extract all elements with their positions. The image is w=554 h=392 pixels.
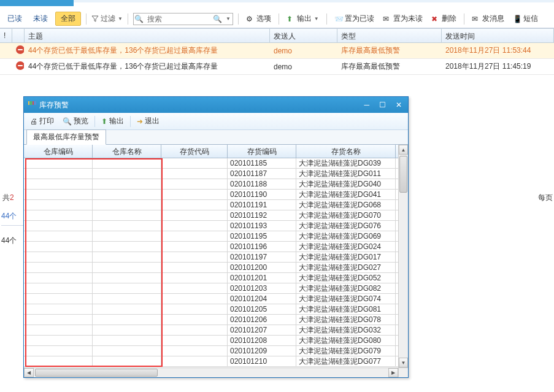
col-type[interactable]: 类型 <box>337 29 442 42</box>
preview-button[interactable]: 🔍 预览 <box>60 115 91 128</box>
grid-row[interactable]: 020101208大津泥盐湖硅藻泥DG080 <box>24 336 408 346</box>
mark-read-button[interactable]: 📨 置为已读 <box>332 12 377 25</box>
dialog-titlebar[interactable]: 库存预警 ─ ☐ ✕ <box>24 97 408 113</box>
cell-stock-code <box>161 263 228 272</box>
cell-stock-id: 020101195 <box>228 231 296 241</box>
cell-stock-id: 020101185 <box>228 158 296 168</box>
col-stock-name[interactable]: 存货名称 <box>296 145 396 158</box>
cell-warehouse-code <box>24 346 93 356</box>
grid-row[interactable]: 020101196大津泥盐湖硅藻泥DG024 <box>24 242 408 252</box>
preview-link[interactable]: 44个 <box>1 211 23 226</box>
search-go-icon[interactable]: 🔍 <box>212 15 223 23</box>
cell-warehouse-name <box>93 242 161 252</box>
grid-row[interactable]: 020101200大津泥盐湖硅藻泥DG027 <box>24 263 408 273</box>
grid-row[interactable]: 020101201大津泥盐湖硅藻泥DG052 <box>24 273 408 283</box>
sms-label: 短信 <box>523 13 538 24</box>
cell-stock-name: 大津泥盐湖硅藻泥DG080 <box>296 336 396 345</box>
scroll-down-button[interactable]: ▼ <box>399 358 408 367</box>
read-tab[interactable]: 已读 <box>4 12 26 26</box>
all-tab[interactable]: 全部 <box>55 12 81 26</box>
time-cell: 2018年11月27日 11:53:44 <box>442 45 554 56</box>
grid-row[interactable]: 020101193大津泥盐湖硅藻泥DG076 <box>24 221 408 231</box>
search-icon[interactable]: 🔍 <box>134 15 145 23</box>
message-row[interactable]: 44个存货已低于最低库存量，136个存货已超过最高库存量demo库存最高最低预警… <box>0 43 554 59</box>
print-button[interactable]: 🖨 打印 <box>28 115 56 128</box>
separator <box>94 116 95 127</box>
grid-row[interactable]: 020101187大津泥盐湖硅藻泥DG011 <box>24 169 408 179</box>
sms-button[interactable]: 📱 短信 <box>510 12 541 25</box>
scroll-thumb-h[interactable] <box>35 369 158 377</box>
chevron-down-icon: ▼ <box>314 16 319 21</box>
grid-row[interactable]: 020101203大津泥盐湖硅藻泥DG082 <box>24 283 408 294</box>
chevron-down-icon[interactable]: ▼ <box>224 16 233 21</box>
grid-row[interactable]: 020101192大津泥盐湖硅藻泥DG070 <box>24 210 408 221</box>
minimize-button[interactable]: ─ <box>361 101 372 109</box>
cell-stock-id: 020101201 <box>228 273 296 283</box>
cell-stock-name: 大津泥盐湖硅藻泥DG040 <box>296 179 396 189</box>
delete-label: 删除 <box>442 13 456 24</box>
message-row[interactable]: 44个存货已低于最低库存量，136个存货已超过最高库存量demo库存最高最低预警… <box>0 59 554 75</box>
horizontal-scrollbar[interactable]: ◀ ▶ <box>24 367 398 377</box>
scroll-thumb[interactable] <box>399 156 407 193</box>
grid-row[interactable]: 020101195大津泥盐湖硅藻泥DG069 <box>24 231 408 242</box>
grid-row[interactable]: 020101190大津泥盐湖硅藻泥DG041 <box>24 190 408 200</box>
col-subject[interactable]: 主题 <box>25 29 270 42</box>
tab-stock-alert[interactable]: 最高最低库存量预警 <box>26 129 106 145</box>
mark-unread-button[interactable]: ✉ 置为未读 <box>380 12 425 25</box>
cell-stock-code <box>161 336 228 345</box>
cell-warehouse-name <box>93 169 161 179</box>
modal-export-button[interactable]: ⬆ 输出 <box>99 115 126 128</box>
unread-tab[interactable]: 未读 <box>29 12 52 26</box>
scroll-up-button[interactable]: ▲ <box>399 145 408 155</box>
main-toolbar: 已读 未读 全部 过滤 ▼ 🔍 🔍 ▼ ⚙ 选项 ⬆ 输出 ▼ 📨 置为已读 ✉… <box>0 10 554 28</box>
time-cell: 2018年11月27日 11:45:19 <box>442 61 554 72</box>
export-button[interactable]: ⬆ 输出 ▼ <box>284 12 321 25</box>
inventory-alert-dialog: 库存预警 ─ ☐ ✕ 🖨 打印 🔍 预览 ⬆ 输出 ➜ 退出 最高最低库存量预警 <box>23 96 409 378</box>
col-icon[interactable] <box>12 29 25 42</box>
delete-button[interactable]: ✖ 删除 <box>429 12 459 25</box>
options-button[interactable]: ⚙ 选项 <box>244 12 274 25</box>
cell-warehouse-code <box>24 263 93 272</box>
separator <box>326 13 327 25</box>
grid-row[interactable]: 020101191大津泥盐湖硅藻泥DG068 <box>24 200 408 210</box>
col-stock-id[interactable]: 存货编码 <box>228 145 296 158</box>
vertical-scrollbar[interactable]: ▲ ▼ <box>398 145 408 367</box>
cell-stock-name: 大津泥盐湖硅藻泥DG011 <box>296 169 396 179</box>
exit-icon: ➜ <box>137 117 143 126</box>
cell-stock-id: 020101193 <box>228 221 296 231</box>
sender-cell: demo <box>270 63 337 71</box>
cell-warehouse-name <box>93 179 161 189</box>
cell-stock-code <box>161 273 228 283</box>
search-input[interactable] <box>145 15 212 23</box>
col-stock-code[interactable]: 存货代码 <box>161 145 228 158</box>
filter-button[interactable]: 过滤 ▼ <box>91 13 123 24</box>
col-sender[interactable]: 发送人 <box>270 29 337 42</box>
grid-row[interactable]: 020101206大津泥盐湖硅藻泥DG078 <box>24 315 408 325</box>
grid-row[interactable]: 020101185大津泥盐湖硅藻泥DG039 <box>24 158 408 169</box>
grid-row[interactable]: 020101205大津泥盐湖硅藻泥DG081 <box>24 304 408 315</box>
col-flag[interactable]: ! <box>0 29 12 42</box>
cell-stock-id: 020101210 <box>228 356 296 366</box>
grid-row[interactable]: 020101207大津泥盐湖硅藻泥DG032 <box>24 325 408 336</box>
scroll-right-button[interactable]: ▶ <box>388 368 398 377</box>
grid-row[interactable]: 020101204大津泥盐湖硅藻泥DG074 <box>24 294 408 304</box>
cell-stock-id: 020101203 <box>228 283 296 293</box>
grid-row[interactable]: 020101209大津泥盐湖硅藻泥DG079 <box>24 346 408 356</box>
grid-row[interactable]: 020101210大津泥盐湖硅藻泥DG077 <box>24 356 408 367</box>
exit-button[interactable]: ➜ 退出 <box>134 115 162 128</box>
grid-row[interactable]: 020101188大津泥盐湖硅藻泥DG040 <box>24 179 408 190</box>
col-warehouse-code[interactable]: 仓库编码 <box>24 145 93 158</box>
col-time[interactable]: 发送时间 <box>442 29 554 42</box>
top-ribbon-light <box>74 0 554 2</box>
close-button[interactable]: ✕ <box>393 101 404 109</box>
cell-stock-name: 大津泥盐湖硅藻泥DG027 <box>296 263 396 272</box>
maximize-button[interactable]: ☐ <box>377 101 388 109</box>
scroll-left-button[interactable]: ◀ <box>24 368 34 377</box>
grid-row[interactable]: 020101197大津泥盐湖硅藻泥DG017 <box>24 252 408 263</box>
col-warehouse-name[interactable]: 仓库名称 <box>93 145 161 158</box>
dialog-title: 库存预警 <box>39 100 69 110</box>
cell-warehouse-name <box>93 158 161 168</box>
cell-warehouse-name <box>93 346 161 356</box>
send-message-button[interactable]: ✉ 发消息 <box>469 12 507 25</box>
cell-warehouse-name <box>93 190 161 199</box>
